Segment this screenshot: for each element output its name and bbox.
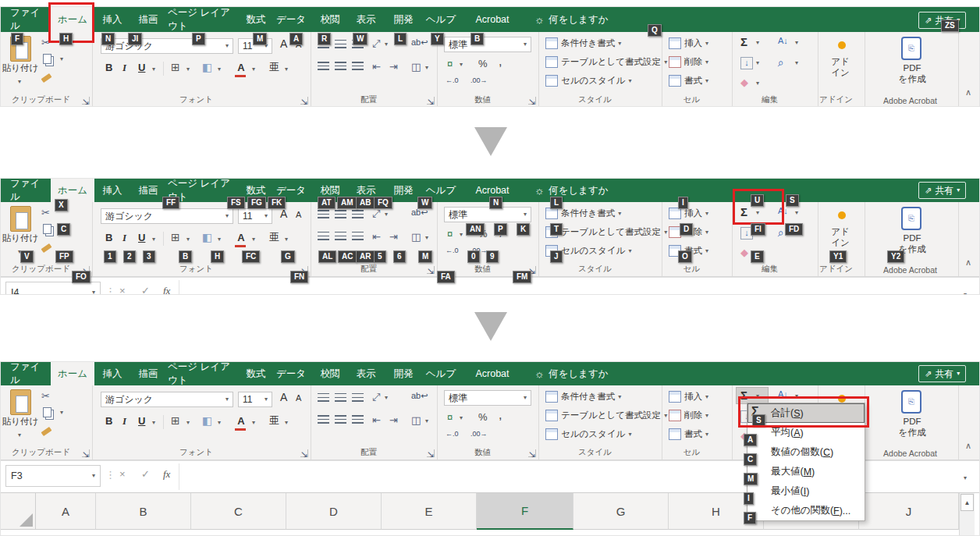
sort-filter-chevron-icon[interactable]: ▾: [795, 393, 798, 399]
tab-r9[interactable]: 開発: [386, 7, 421, 32]
clear-chevron-icon[interactable]: ▾: [756, 434, 759, 440]
tab-r6[interactable]: データ: [274, 179, 308, 202]
phonetic-guide-icon[interactable]: 亜: [269, 232, 279, 242]
copy-chevron-icon[interactable]: ▾: [60, 410, 63, 416]
cut-icon[interactable]: ✂: [41, 208, 50, 218]
align-center-icon[interactable]: [335, 232, 346, 240]
align-center-icon[interactable]: [335, 415, 346, 424]
column-header-I[interactable]: I: [764, 493, 859, 530]
fill-icon[interactable]: ↓: [740, 57, 753, 69]
column-header-E[interactable]: E: [382, 493, 477, 530]
borders-icon[interactable]: ⊞: [171, 415, 180, 426]
tell-me-box[interactable]: 何をしますか: [549, 7, 608, 32]
sort-filter-icon[interactable]: A↓: [778, 207, 788, 215]
increase-font-icon[interactable]: A: [280, 38, 287, 49]
fill-color-chevron-icon[interactable]: ▾: [218, 236, 221, 243]
scroll-up-button[interactable]: ▲: [960, 494, 974, 511]
merge-chevron-icon[interactable]: ▾: [425, 65, 428, 71]
fill-chevron-icon[interactable]: ▾: [756, 230, 759, 236]
percent-style-icon[interactable]: %: [478, 229, 488, 239]
tab-home[interactable]: ホーム: [51, 7, 94, 32]
tab-r4[interactable]: ページ レイアウト: [168, 179, 238, 202]
addins-button[interactable]: アド イン: [818, 227, 862, 249]
font-name-combo[interactable]: 游ゴシック▾: [101, 208, 233, 224]
sort-filter-chevron-icon[interactable]: ▾: [795, 210, 798, 216]
formula-input[interactable]: [179, 463, 957, 490]
comma-style-icon[interactable]: ,: [499, 55, 502, 68]
conditional-formatting-button[interactable]: 条件付き書式: [561, 392, 615, 403]
bold-button[interactable]: B: [105, 232, 112, 243]
copy-icon[interactable]: [43, 407, 51, 417]
clipboard-dialog-launcher-icon[interactable]: ↘: [82, 266, 90, 274]
addins-button[interactable]: アド イン: [818, 410, 862, 432]
fill-icon[interactable]: ↓: [740, 410, 753, 423]
conditional-formatting-button-chevron-icon[interactable]: ▾: [618, 211, 621, 217]
underline-button[interactable]: U: [138, 62, 145, 73]
create-pdf-button[interactable]: PDF を作成: [873, 233, 951, 255]
number-format-chevron-icon[interactable]: ▾: [524, 211, 527, 218]
fill-color-chevron-icon[interactable]: ▾: [218, 420, 221, 426]
copy-icon[interactable]: [43, 224, 51, 234]
find-select-chevron-icon[interactable]: ▾: [795, 60, 798, 66]
sort-filter-icon[interactable]: A↓: [778, 390, 788, 399]
fill-color-icon[interactable]: ◧: [202, 415, 212, 426]
copy-icon[interactable]: [43, 54, 51, 64]
share-button[interactable]: ⇗共有▾: [918, 365, 966, 382]
align-center-icon[interactable]: [335, 62, 346, 70]
clipboard-dialog-launcher-icon[interactable]: ↘: [82, 97, 90, 105]
tab-r4[interactable]: ページ レイアウト: [168, 362, 238, 385]
delete-cells-button[interactable]: 削除: [684, 227, 702, 238]
font-size-chevron-icon[interactable]: ▾: [265, 213, 268, 219]
align-bottom-icon[interactable]: [352, 40, 364, 48]
font-color-chevron-icon[interactable]: ▾: [252, 420, 255, 426]
autosum-icon[interactable]: Σ: [740, 36, 747, 48]
font-color-button[interactable]: A: [235, 414, 247, 431]
fill-color-icon[interactable]: ◧: [202, 232, 212, 243]
tab-r10[interactable]: ヘルプ: [424, 362, 458, 385]
orientation-icon[interactable]: ⤢: [372, 208, 380, 218]
name-box[interactable]: I4▾: [5, 282, 101, 295]
font-color-chevron-icon[interactable]: ▾: [252, 236, 255, 243]
number-dialog-launcher-icon[interactable]: ↘: [528, 449, 536, 457]
find-select-icon[interactable]: ⌕: [778, 227, 784, 238]
underline-chevron-icon[interactable]: ▾: [152, 66, 155, 73]
italic-button[interactable]: I: [123, 415, 126, 428]
name-box-chevron-icon[interactable]: ▾: [92, 473, 95, 479]
indent-increase-icon[interactable]: ⇥: [389, 415, 398, 425]
align-bottom-icon[interactable]: [352, 210, 364, 218]
column-header-B[interactable]: B: [96, 493, 191, 530]
comma-style-icon[interactable]: ,: [499, 409, 502, 421]
tab-home[interactable]: ホーム: [51, 179, 94, 202]
number-format-combo[interactable]: 標準▾: [444, 390, 531, 406]
tab-r2[interactable]: 挿入: [96, 179, 129, 202]
clear-icon[interactable]: ◆: [740, 247, 748, 257]
paste-button[interactable]: 貼り付け: [1, 233, 40, 244]
merge-chevron-icon[interactable]: ▾: [425, 418, 428, 424]
formula-enter-icon[interactable]: ✓: [141, 468, 150, 480]
decrease-font-icon[interactable]: A: [296, 211, 301, 219]
tab-r7[interactable]: 校閲: [313, 179, 347, 202]
tab-r2[interactable]: 挿入: [96, 362, 129, 385]
format-cells-button[interactable]: 書式: [684, 429, 702, 440]
autosum-chevron-icon[interactable]: ▾: [756, 40, 759, 46]
name-box[interactable]: F3▾: [5, 465, 101, 487]
percent-style-icon[interactable]: %: [478, 59, 488, 69]
phonetic-chevron-icon[interactable]: ▾: [285, 66, 288, 73]
conditional-formatting-button-chevron-icon[interactable]: ▾: [618, 394, 621, 400]
share-chevron-icon[interactable]: ▾: [957, 371, 960, 377]
phonetic-chevron-icon[interactable]: ▾: [285, 420, 288, 426]
share-button[interactable]: ⇗共有▾: [918, 182, 966, 199]
number-format-chevron-icon[interactable]: ▾: [524, 41, 527, 48]
column-header-D[interactable]: D: [286, 493, 382, 530]
clear-chevron-icon[interactable]: ▾: [756, 250, 759, 257]
borders-icon[interactable]: ⊞: [171, 232, 180, 243]
font-name-chevron-icon[interactable]: ▾: [225, 213, 229, 219]
merge-chevron-icon[interactable]: ▾: [425, 235, 428, 241]
delete-cells-button-chevron-icon[interactable]: ▾: [705, 59, 708, 66]
create-pdf-button[interactable]: PDF を作成: [873, 63, 951, 85]
align-top-icon[interactable]: [318, 393, 329, 402]
paste-icon[interactable]: [10, 389, 31, 415]
borders-chevron-icon[interactable]: ▾: [186, 420, 190, 426]
format-as-table-button[interactable]: テーブルとして書式設定: [561, 57, 661, 68]
decrease-font-icon[interactable]: A: [296, 394, 301, 403]
